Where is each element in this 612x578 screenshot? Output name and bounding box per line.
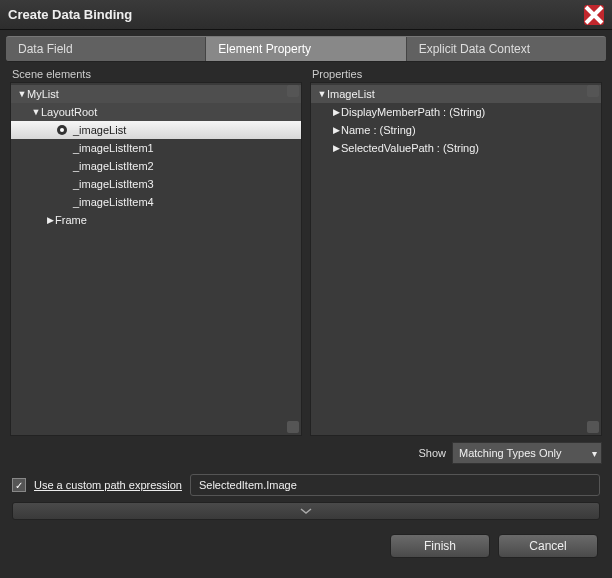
prop-row-root[interactable]: ▼ ImageList bbox=[311, 85, 601, 103]
scroll-down[interactable] bbox=[587, 421, 599, 433]
title-bar: Create Data Binding bbox=[0, 0, 612, 30]
tree-label: _imageList bbox=[73, 124, 126, 136]
target-icon bbox=[55, 123, 69, 137]
expand-icon[interactable]: ▶ bbox=[331, 107, 341, 117]
properties-tree[interactable]: ▼ ImageList ▶ DisplayMemberPath : (Strin… bbox=[310, 82, 602, 436]
tab-element-property[interactable]: Element Property bbox=[206, 37, 406, 61]
tree-label: LayoutRoot bbox=[41, 106, 97, 118]
chevron-down-icon: ▾ bbox=[592, 448, 597, 459]
tree-label: MyList bbox=[27, 88, 59, 100]
tree-row-item[interactable]: _imageListItem1 bbox=[11, 139, 301, 157]
window-title: Create Data Binding bbox=[8, 7, 584, 22]
cancel-button[interactable]: Cancel bbox=[498, 534, 598, 558]
properties-pane: Properties ▼ ImageList ▶ DisplayMemberPa… bbox=[310, 68, 602, 436]
show-row: Show Matching Types Only ▾ bbox=[0, 436, 612, 464]
scroll-down[interactable] bbox=[287, 421, 299, 433]
expand-icon[interactable]: ▶ bbox=[45, 215, 55, 225]
tree-row-mylist[interactable]: ▼ MyList bbox=[11, 85, 301, 103]
custom-path-checkbox[interactable]: ✓ bbox=[12, 478, 26, 492]
tree-label: _imageListItem3 bbox=[73, 178, 154, 190]
prop-row[interactable]: ▶ DisplayMemberPath : (String) bbox=[311, 103, 601, 121]
svg-point-1 bbox=[60, 128, 64, 132]
tab-bar: Data Field Element Property Explicit Dat… bbox=[6, 36, 606, 62]
custom-path-label: Use a custom path expression bbox=[34, 479, 182, 491]
prop-row[interactable]: ▶ Name : (String) bbox=[311, 121, 601, 139]
finish-button[interactable]: Finish bbox=[390, 534, 490, 558]
tree-row-item[interactable]: _imageListItem3 bbox=[11, 175, 301, 193]
properties-label: Properties bbox=[310, 68, 602, 80]
tree-label: Frame bbox=[55, 214, 87, 226]
scene-tree[interactable]: ▼ MyList ▼ LayoutRoot ▼ _imageList _imag… bbox=[10, 82, 302, 436]
scroll-up[interactable] bbox=[287, 85, 299, 97]
scene-pane: Scene elements ▼ MyList ▼ LayoutRoot ▼ _… bbox=[10, 68, 302, 436]
tree-label: _imageListItem4 bbox=[73, 196, 154, 208]
expand-icon[interactable]: ▼ bbox=[17, 89, 27, 99]
show-value: Matching Types Only bbox=[459, 447, 562, 459]
tree-row-layoutroot[interactable]: ▼ LayoutRoot bbox=[11, 103, 301, 121]
close-button[interactable] bbox=[584, 5, 604, 25]
footer: Finish Cancel bbox=[0, 520, 612, 558]
show-label: Show bbox=[418, 447, 446, 459]
tab-explicit-context[interactable]: Explicit Data Context bbox=[407, 37, 606, 61]
scroll-up[interactable] bbox=[587, 85, 599, 97]
expand-icon[interactable]: ▶ bbox=[331, 125, 341, 135]
tree-row-imagelist[interactable]: ▼ _imageList bbox=[11, 121, 301, 139]
custom-path-row: ✓ Use a custom path expression bbox=[0, 464, 612, 502]
tree-label: ImageList bbox=[327, 88, 375, 100]
tree-label: _imageListItem2 bbox=[73, 160, 154, 172]
expand-icon[interactable]: ▼ bbox=[31, 107, 41, 117]
expand-toggle[interactable] bbox=[12, 502, 600, 520]
tree-row-item[interactable]: _imageListItem4 bbox=[11, 193, 301, 211]
expand-icon[interactable]: ▶ bbox=[331, 143, 341, 153]
tree-row-item[interactable]: _imageListItem2 bbox=[11, 157, 301, 175]
tab-data-field[interactable]: Data Field bbox=[6, 37, 206, 61]
custom-path-input[interactable] bbox=[190, 474, 600, 496]
tree-row-frame[interactable]: ▶ Frame bbox=[11, 211, 301, 229]
tree-label: Name : (String) bbox=[341, 124, 416, 136]
show-select[interactable]: Matching Types Only ▾ bbox=[452, 442, 602, 464]
tree-label: _imageListItem1 bbox=[73, 142, 154, 154]
expand-icon[interactable]: ▼ bbox=[317, 89, 327, 99]
scene-label: Scene elements bbox=[10, 68, 302, 80]
tree-label: SelectedValuePath : (String) bbox=[341, 142, 479, 154]
tree-label: DisplayMemberPath : (String) bbox=[341, 106, 485, 118]
prop-row[interactable]: ▶ SelectedValuePath : (String) bbox=[311, 139, 601, 157]
